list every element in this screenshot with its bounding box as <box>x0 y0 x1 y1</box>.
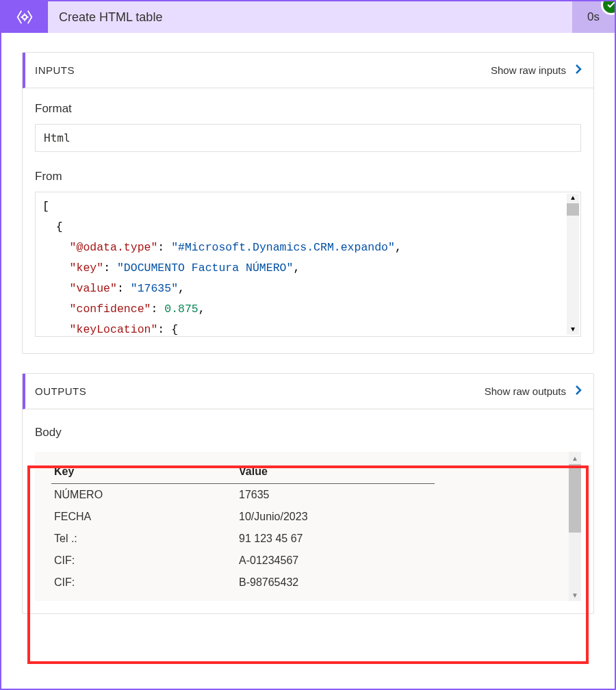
format-value: Html <box>35 124 581 152</box>
table-cell-key: CIF: <box>51 572 236 593</box>
output-table: Key Value NÚMERO17635FECHA10/Junio/2023T… <box>51 461 435 593</box>
chevron-right-icon <box>573 64 584 77</box>
show-raw-inputs-label: Show raw inputs <box>491 64 566 76</box>
body-preview[interactable]: Key Value NÚMERO17635FECHA10/Junio/2023T… <box>35 452 581 601</box>
table-cell-key: FECHA <box>51 506 236 528</box>
scroll-up-arrow-icon[interactable]: ▲ <box>567 194 579 203</box>
scrollbar-thumb[interactable] <box>569 464 581 533</box>
table-cell-value: A-01234567 <box>236 550 435 572</box>
from-json-preview[interactable]: [ { "@odata.type": "#Microsoft.Dynamics.… <box>35 192 581 337</box>
table-col-key: Key <box>51 461 236 484</box>
outputs-panel: OUTPUTS Show raw outputs Body Key Value <box>22 373 594 614</box>
from-label: From <box>35 170 581 183</box>
format-label: Format <box>35 102 581 116</box>
table-cell-value: 17635 <box>236 484 435 507</box>
inputs-panel-header: INPUTS Show raw inputs <box>23 53 593 88</box>
outputs-panel-header: OUTPUTS Show raw outputs <box>23 374 593 409</box>
table-cell-value: 10/Junio/2023 <box>236 506 435 528</box>
table-cell-key: Tel .: <box>51 528 236 550</box>
table-col-value: Value <box>236 461 435 484</box>
table-cell-value: B-98765432 <box>236 572 435 593</box>
table-cell-value: 91 123 45 67 <box>236 528 435 550</box>
table-row: FECHA10/Junio/2023 <box>51 506 435 528</box>
show-raw-outputs-label: Show raw outputs <box>485 385 566 397</box>
scroll-down-arrow-icon[interactable]: ▼ <box>569 589 581 601</box>
scroll-up-arrow-icon[interactable]: ▲ <box>569 452 581 464</box>
chevron-right-icon <box>573 385 584 398</box>
body-label: Body <box>35 426 581 439</box>
outputs-title: OUTPUTS <box>35 385 86 397</box>
scroll-down-arrow-icon[interactable]: ▼ <box>567 325 579 335</box>
show-raw-outputs-button[interactable]: Show raw outputs <box>485 385 584 398</box>
table-row: Tel .:91 123 45 67 <box>51 528 435 550</box>
show-raw-inputs-button[interactable]: Show raw inputs <box>491 64 584 77</box>
table-cell-key: NÚMERO <box>51 484 236 507</box>
data-operations-icon <box>1 1 48 33</box>
table-row: CIF:A-01234567 <box>51 550 435 572</box>
step-title: Create HTML table <box>48 1 572 33</box>
table-cell-key: CIF: <box>51 550 236 572</box>
table-row: NÚMERO17635 <box>51 484 435 507</box>
scrollbar-thumb[interactable] <box>567 203 579 216</box>
step-header: Create HTML table 0s <box>1 1 615 33</box>
table-row: CIF:B-98765432 <box>51 572 435 593</box>
inputs-panel: INPUTS Show raw inputs Format Html From … <box>22 52 594 354</box>
inputs-title: INPUTS <box>35 64 75 76</box>
svg-point-0 <box>23 15 27 19</box>
